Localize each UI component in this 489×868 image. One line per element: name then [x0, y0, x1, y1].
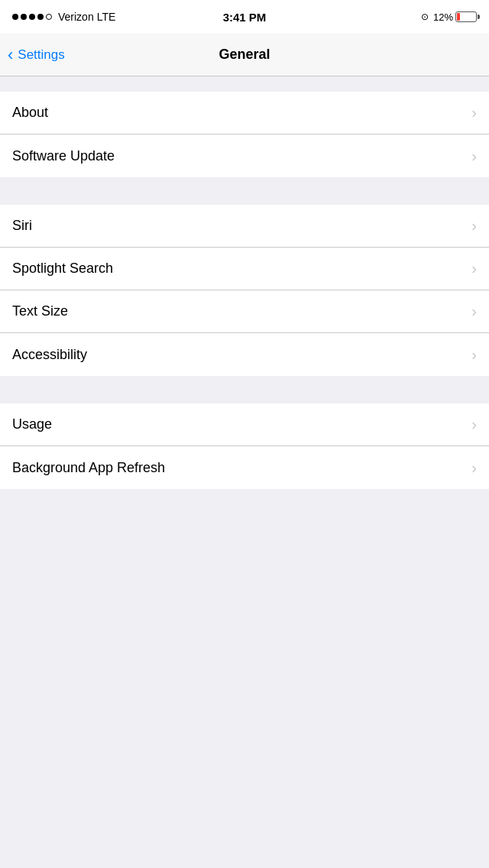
settings-row-spotlight-search[interactable]: Spotlight Search ›: [0, 248, 489, 290]
status-left: Verizon LTE: [12, 11, 115, 23]
settings-group-3: Usage › Background App Refresh ›: [0, 403, 489, 489]
settings-content: About › Software Update › Siri › Spotlig…: [0, 76, 489, 517]
siri-chevron-icon: ›: [471, 217, 477, 235]
signal-dot-1: [12, 14, 18, 20]
carrier-label: Verizon: [58, 11, 94, 23]
settings-row-about[interactable]: About ›: [0, 92, 489, 134]
signal-dot-5: [46, 14, 52, 20]
battery-container: 12%: [433, 11, 477, 23]
settings-group-1: About › Software Update ›: [0, 92, 489, 177]
settings-row-background-app-refresh[interactable]: Background App Refresh ›: [0, 446, 489, 489]
background-app-refresh-label: Background App Refresh: [12, 460, 165, 476]
page-title: General: [219, 47, 270, 63]
software-update-chevron-icon: ›: [471, 147, 477, 165]
settings-row-text-size[interactable]: Text Size ›: [0, 290, 489, 333]
section-gap-1: [0, 177, 489, 205]
settings-row-siri[interactable]: Siri ›: [0, 205, 489, 248]
status-bar: Verizon LTE 3:41 PM ⊙ 12%: [0, 0, 489, 34]
software-update-label: Software Update: [12, 148, 115, 164]
back-button[interactable]: ‹ Settings: [8, 47, 65, 63]
usage-chevron-icon: ›: [471, 416, 477, 433]
section-gap-2: [0, 376, 489, 403]
text-size-label: Text Size: [12, 303, 68, 319]
battery-icon: [455, 11, 477, 22]
nav-bar: ‹ Settings General: [0, 34, 489, 76]
about-chevron-icon: ›: [471, 104, 477, 121]
signal-dot-4: [37, 14, 44, 20]
bottom-gap: [0, 489, 489, 517]
background-app-refresh-chevron-icon: ›: [471, 459, 477, 477]
spotlight-search-label: Spotlight Search: [12, 261, 113, 277]
accessibility-chevron-icon: ›: [471, 346, 477, 364]
status-right: ⊙ 12%: [421, 11, 477, 23]
usage-label: Usage: [12, 416, 52, 432]
about-label: About: [12, 105, 48, 121]
spotlight-search-chevron-icon: ›: [471, 260, 477, 277]
status-time: 3:41 PM: [223, 11, 267, 24]
lock-icon: ⊙: [421, 11, 429, 22]
signal-dots: [12, 14, 52, 20]
back-chevron-icon: ‹: [8, 47, 13, 63]
settings-group-2: Siri › Spotlight Search › Text Size › Ac…: [0, 205, 489, 376]
network-label: LTE: [97, 11, 116, 23]
back-label: Settings: [18, 47, 64, 63]
settings-row-usage[interactable]: Usage ›: [0, 403, 489, 446]
settings-row-software-update[interactable]: Software Update ›: [0, 134, 489, 177]
text-size-chevron-icon: ›: [471, 303, 477, 320]
settings-row-accessibility[interactable]: Accessibility ›: [0, 333, 489, 376]
signal-dot-3: [29, 14, 35, 20]
signal-dot-2: [21, 14, 27, 20]
accessibility-label: Accessibility: [12, 347, 87, 363]
battery-fill: [457, 13, 460, 21]
top-gap: [0, 76, 489, 92]
battery-percent: 12%: [433, 11, 453, 23]
siri-label: Siri: [12, 218, 32, 234]
